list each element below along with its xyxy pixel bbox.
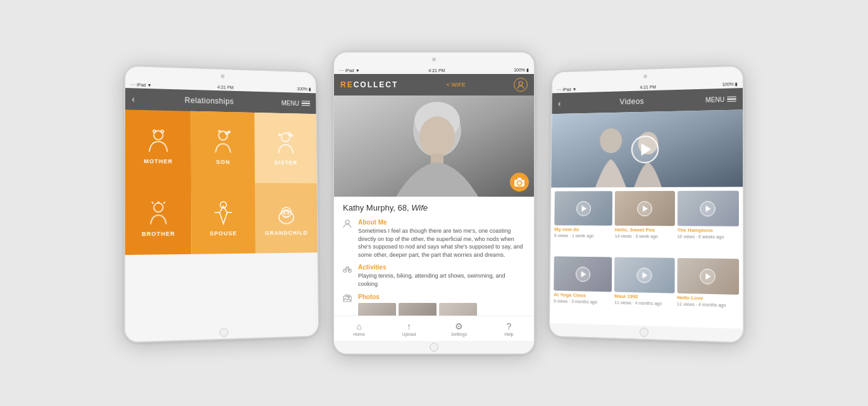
play-btn-2[interactable] [700, 200, 716, 216]
camera-3 [643, 75, 647, 78]
svg-point-18 [287, 213, 288, 214]
rel-label-brother: BROTHER [142, 231, 175, 238]
app-logo: RECOLLECT [340, 80, 398, 89]
rel-cell-mother[interactable]: MOTHER [125, 109, 191, 182]
video-thumb-0[interactable] [554, 191, 612, 226]
video-thumb-3[interactable] [554, 256, 612, 292]
video-title-2: The Hamptons [677, 227, 739, 233]
profile-content: Kathy Murphy, 68, Wife About Me Sometime… [334, 197, 534, 316]
video-card-1: Hello, Sweet Pea 14 views · 3 week ago [615, 191, 675, 255]
svg-point-23 [419, 116, 455, 157]
video-meta-5: 11 views · 4 months ago [677, 302, 739, 308]
home-button-2[interactable] [430, 343, 438, 352]
tab-settings-label: Settings [451, 332, 467, 336]
svg-rect-27 [518, 178, 521, 180]
rel-label-spouse: SPOUSE [210, 230, 237, 237]
home-icon: ⌂ [356, 321, 361, 331]
menu-label-3: MENU [705, 95, 724, 103]
home-button-1[interactable] [220, 328, 228, 337]
recollect-nav: RECOLLECT < WIFE [334, 74, 534, 95]
photos-icon [343, 294, 353, 316]
svg-point-28 [345, 220, 349, 224]
camera-badge[interactable] [510, 173, 529, 192]
video-meta-2: 10 views · 6 weeks ago [677, 234, 739, 239]
camera-1 [221, 75, 225, 78]
ipad-top-bar-2 [334, 52, 534, 66]
ipad-profile: ···· iPad ▼ 4:21 PM 100% ▮ RECOLLECT < W… [333, 51, 535, 355]
photo-thumb-1[interactable] [358, 303, 396, 316]
video-thumb-1[interactable] [615, 191, 675, 226]
video-title-5: Hello Love [677, 295, 739, 302]
play-btn-4[interactable] [636, 268, 652, 283]
back-button-3[interactable]: ‹ [558, 99, 561, 109]
ipad-relationships: ···· iPad ▼ 4:21 PM 100% ▮ ‹ Relationshi… [123, 65, 319, 343]
tab-help-label: Help [504, 332, 513, 336]
svg-point-5 [228, 132, 230, 133]
play-btn-0[interactable] [576, 201, 590, 216]
play-btn-5[interactable] [700, 268, 716, 284]
svg-point-7 [288, 133, 290, 135]
tab-help[interactable]: ? Help [484, 316, 534, 341]
camera-2 [432, 58, 436, 61]
play-triangle-0 [581, 205, 586, 211]
profile-photo [334, 95, 534, 197]
person-name: Kathy Murphy, 68, Wife [343, 203, 525, 212]
menu-button-1[interactable]: MENU [282, 99, 310, 107]
ipad-screen-1: ‹ Relationships MENU [125, 88, 318, 329]
upload-icon: ↑ [407, 321, 411, 331]
activities-section: Activities Playing tennis, biking, atten… [343, 264, 525, 288]
video-title-1: Hello, Sweet Pea [615, 227, 675, 233]
ipad-screen-2: RECOLLECT < WIFE [334, 74, 534, 341]
tab-home[interactable]: ⌂ Home [334, 316, 384, 341]
video-thumb-2[interactable] [677, 191, 739, 226]
relationship-grid: MOTHER SON [125, 109, 318, 329]
video-card-3: At Yoga Class 9 views · 3 months ago [554, 256, 612, 321]
video-meta-3: 9 views · 3 months ago [554, 298, 612, 304]
ipad-bottom-2 [334, 341, 534, 354]
tab-upload[interactable]: ↑ Upload [384, 316, 434, 341]
video-hero[interactable] [551, 109, 743, 187]
about-me-text: Sometimes I feel as though there are two… [358, 227, 525, 259]
hamburger-icon-1 [302, 101, 310, 106]
rel-cell-spouse[interactable]: SPOUSE [191, 182, 256, 254]
user-avatar[interactable] [514, 78, 528, 92]
back-wife-button[interactable]: < WIFE [447, 82, 466, 88]
hamburger-icon-3 [727, 96, 736, 102]
photo-thumb-2[interactable] [399, 303, 437, 316]
status-bar-2: ···· iPad ▼ 4:21 PM 100% ▮ [334, 66, 534, 74]
video-meta-1: 14 views · 3 week ago [615, 234, 675, 239]
bottom-tab-bar: ⌂ Home ↑ Upload ⚙ Settings ? Help [334, 316, 534, 341]
video-thumb-5[interactable] [677, 258, 739, 295]
rel-label-grandchild: GRANDCHILD [265, 230, 308, 236]
activities-text: Playing tennis, biking, attending art sh… [358, 272, 525, 288]
video-thumb-4[interactable] [614, 257, 674, 293]
play-triangle-large [641, 143, 651, 156]
video-meta-0: 6 views · 1 week ago [554, 233, 612, 238]
menu-button-3[interactable]: MENU [705, 95, 736, 103]
photo-thumb-3[interactable] [439, 303, 477, 316]
rel-cell-son[interactable]: SON [191, 111, 255, 183]
play-btn-3[interactable] [575, 266, 590, 281]
video-title-0: My new do [554, 226, 612, 232]
rel-cell-grandchild[interactable]: GRANDCHILD [255, 183, 318, 254]
rel-cell-brother[interactable]: BROTHER [125, 182, 192, 255]
video-title-4: Maui 1992 [614, 293, 674, 300]
svg-line-13 [164, 202, 165, 204]
ipad-videos: ···· iPad ▼ 4:21 PM 100% ▮ ‹ Videos MENU [549, 65, 745, 343]
video-grid: My new do 6 views · 1 week ago Hello, Sw… [550, 187, 743, 329]
svg-point-2 [161, 130, 163, 133]
bike-icon [343, 264, 353, 288]
profile-photo-inner [334, 95, 534, 197]
svg-point-9 [278, 134, 280, 136]
svg-point-1 [153, 130, 156, 133]
photos-title: Photos [358, 293, 477, 300]
scene: ···· iPad ▼ 4:21 PM 100% ▮ ‹ Relationshi… [0, 0, 868, 406]
tab-settings[interactable]: ⚙ Settings [434, 316, 484, 341]
play-triangle-4 [642, 272, 647, 278]
home-button-3[interactable] [640, 328, 648, 337]
play-triangle-3 [581, 271, 586, 277]
back-button-1[interactable]: ‹ [132, 94, 135, 104]
rel-cell-sister[interactable]: SISTER [254, 113, 317, 183]
play-btn-1[interactable] [637, 200, 652, 216]
video-card-5: Hello Love 11 views · 4 months ago [677, 258, 739, 325]
